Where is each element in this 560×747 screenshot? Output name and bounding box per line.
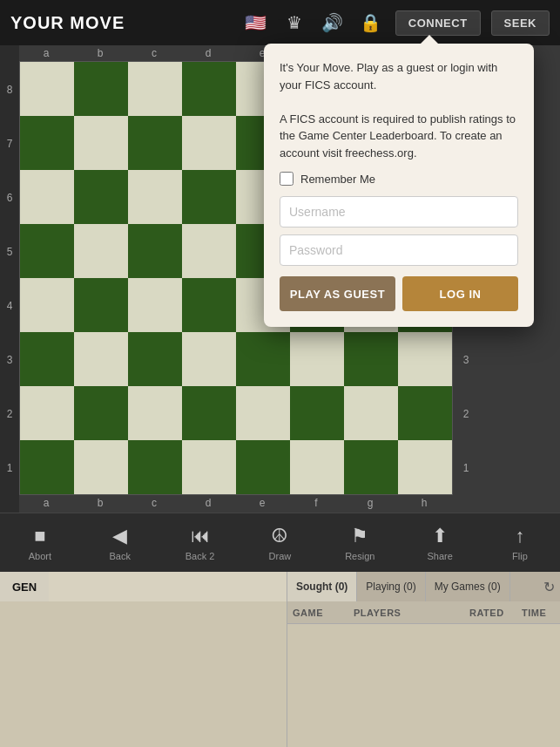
rank-right-3: 3 — [453, 333, 479, 387]
chess-cell-6-3[interactable] — [182, 386, 236, 440]
chess-cell-6-6[interactable] — [344, 386, 398, 440]
flip-label: Flip — [512, 551, 528, 561]
login-button[interactable]: LOG IN — [402, 276, 518, 311]
chess-cell-3-3[interactable] — [182, 224, 236, 278]
refresh-button[interactable]: ↻ — [543, 579, 555, 595]
games-tab-sought[interactable]: Sought (0) — [287, 572, 357, 601]
rank-5: 5 — [0, 225, 19, 279]
chess-cell-3-1[interactable] — [74, 224, 128, 278]
chess-cell-3-0[interactable] — [20, 224, 74, 278]
chat-tabs: GEN — [0, 572, 287, 601]
chat-panel: GEN — [0, 572, 287, 747]
chess-cell-0-1[interactable] — [74, 62, 128, 116]
chess-cell-0-0[interactable] — [20, 62, 74, 116]
chess-cell-5-1[interactable] — [74, 332, 128, 386]
chat-tab-gen[interactable]: GEN — [0, 572, 49, 601]
chess-cell-7-5[interactable] — [290, 440, 344, 494]
chess-cell-4-2[interactable] — [128, 278, 182, 332]
chess-cell-7-1[interactable] — [74, 440, 128, 494]
chess-cell-1-0[interactable] — [20, 116, 74, 170]
games-list — [287, 624, 560, 747]
back-icon: ◀ — [112, 525, 127, 547]
chess-cell-2-1[interactable] — [74, 170, 128, 224]
flip-icon: ↑ — [515, 525, 524, 547]
popup-text: It's Your Move. Play as a guest or login… — [280, 59, 518, 161]
back2-button[interactable]: ⏮ Back 2 — [174, 525, 226, 561]
chess-cell-4-0[interactable] — [20, 278, 74, 332]
draw-label: Draw — [269, 551, 292, 561]
chess-cell-5-0[interactable] — [20, 332, 74, 386]
rank-labels-left: 8 7 6 5 4 3 2 1 — [0, 45, 19, 513]
app-title: YOUR MOVE — [10, 13, 232, 33]
remember-me-label: Remember Me — [300, 173, 375, 186]
back2-icon: ⏮ — [191, 525, 210, 547]
volume-icon[interactable]: 🔊 — [319, 9, 347, 37]
share-label: Share — [427, 551, 452, 561]
chess-cell-7-4[interactable] — [236, 440, 290, 494]
file-labels-bottom: a b c d e f g h — [19, 495, 453, 511]
chess-cell-0-2[interactable] — [128, 62, 182, 116]
chess-cell-7-7[interactable] — [398, 440, 452, 494]
chess-cell-4-3[interactable] — [182, 278, 236, 332]
chess-cell-5-5[interactable] — [290, 332, 344, 386]
games-tab-playing[interactable]: Playing (0) — [357, 572, 425, 601]
queen-icon[interactable]: ♛ — [280, 9, 308, 37]
chess-cell-5-6[interactable] — [344, 332, 398, 386]
col-players: PLAYERS — [348, 608, 464, 618]
chess-cell-5-3[interactable] — [182, 332, 236, 386]
chess-cell-2-0[interactable] — [20, 170, 74, 224]
seek-button[interactable]: SEEK — [491, 10, 550, 36]
chat-input[interactable] — [49, 572, 287, 601]
chess-cell-6-0[interactable] — [20, 386, 74, 440]
flag-icon[interactable]: 🇺🇸 — [242, 9, 270, 37]
back-button[interactable]: ◀ Back — [94, 525, 146, 561]
chess-cell-1-2[interactable] — [128, 116, 182, 170]
abort-button[interactable]: ■ Abort — [14, 525, 66, 561]
chess-cell-5-7[interactable] — [398, 332, 452, 386]
username-input[interactable] — [280, 196, 518, 227]
chess-cell-6-5[interactable] — [290, 386, 344, 440]
chess-cell-7-3[interactable] — [182, 440, 236, 494]
connect-button[interactable]: CONNECT — [395, 10, 481, 36]
chess-cell-0-3[interactable] — [182, 62, 236, 116]
rank-7: 7 — [0, 117, 19, 171]
chess-cell-2-3[interactable] — [182, 170, 236, 224]
rank-right-1: 1 — [453, 441, 479, 495]
chess-cell-5-4[interactable] — [236, 332, 290, 386]
resign-icon: ⚑ — [351, 525, 368, 547]
chess-cell-2-2[interactable] — [128, 170, 182, 224]
rank-2: 2 — [0, 387, 19, 441]
draw-icon: ☮ — [271, 525, 288, 547]
chess-cell-7-0[interactable] — [20, 440, 74, 494]
games-tab-mygames[interactable]: My Games (0) — [426, 572, 510, 601]
remember-me-container: Remember Me — [280, 172, 518, 186]
password-input[interactable] — [280, 234, 518, 266]
chess-cell-3-2[interactable] — [128, 224, 182, 278]
rank-4: 4 — [0, 279, 19, 333]
chess-cell-6-4[interactable] — [236, 386, 290, 440]
games-panel: Sought (0) Playing (0) My Games (0) ↻ GA… — [287, 572, 560, 747]
play-as-guest-button[interactable]: PLAY AS GUEST — [280, 276, 395, 311]
chess-cell-1-3[interactable] — [182, 116, 236, 170]
chess-cell-7-2[interactable] — [128, 440, 182, 494]
chess-cell-6-2[interactable] — [128, 386, 182, 440]
share-button[interactable]: ⬆ Share — [414, 525, 466, 561]
games-tabs: Sought (0) Playing (0) My Games (0) ↻ — [287, 572, 560, 601]
chess-cell-7-6[interactable] — [344, 440, 398, 494]
popup-arrow — [421, 35, 438, 44]
resign-button[interactable]: ⚑ Resign — [334, 525, 386, 561]
flip-button[interactable]: ↑ Flip — [494, 525, 546, 561]
bottom-panel: GEN Sought (0) Playing (0) My Games (0) … — [0, 572, 560, 747]
chess-cell-1-1[interactable] — [74, 116, 128, 170]
lock-icon[interactable]: 🔒 — [357, 9, 385, 37]
rank-8: 8 — [0, 63, 19, 117]
rank-3: 3 — [0, 333, 19, 387]
chess-cell-6-1[interactable] — [74, 386, 128, 440]
remember-me-checkbox[interactable] — [280, 172, 293, 186]
draw-button[interactable]: ☮ Draw — [253, 525, 306, 561]
chess-cell-5-2[interactable] — [128, 332, 182, 386]
col-game: GAME — [287, 608, 348, 618]
share-icon: ⬆ — [432, 525, 448, 547]
chess-cell-6-7[interactable] — [398, 386, 452, 440]
chess-cell-4-1[interactable] — [74, 278, 128, 332]
